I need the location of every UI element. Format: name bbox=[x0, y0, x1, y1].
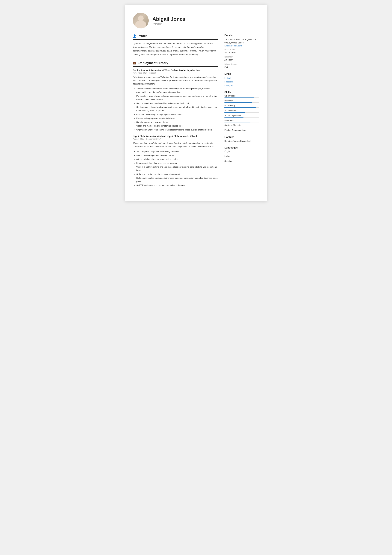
employment-divider bbox=[133, 66, 218, 67]
job-2-title: Night Club Promoter at Miami Night Club … bbox=[133, 135, 218, 138]
header-info: Abigail Jones Promoter bbox=[152, 16, 185, 25]
job-1-desc: Advertising revenue increased following … bbox=[133, 75, 218, 86]
skill-name: Cold Calling bbox=[224, 95, 259, 97]
language-item: English bbox=[224, 150, 259, 153]
place-of-birth-value: San Antonio bbox=[224, 51, 259, 54]
job-2-dates: August 2015 – September 2017 bbox=[133, 138, 218, 140]
skill-bar-fill bbox=[224, 122, 250, 123]
job-2: Night Club Promoter at Miami Night Club … bbox=[133, 135, 218, 187]
language-bar-fill bbox=[224, 158, 240, 158]
list-item: Attend club launches and inauguration pa… bbox=[136, 158, 218, 161]
language-item: Italian bbox=[224, 155, 259, 158]
skill-name: Sponsorships bbox=[224, 109, 259, 112]
skill-name: Proposals bbox=[224, 119, 259, 122]
skill-item: Proposals bbox=[224, 119, 259, 123]
place-of-birth-label: Place of birth bbox=[224, 49, 259, 51]
job-2-desc: Market events by word of mouth, email bl… bbox=[133, 141, 218, 148]
skill-bar-bg bbox=[224, 122, 259, 123]
skill-name: Research bbox=[224, 100, 259, 102]
skill-name: Networking bbox=[224, 104, 259, 107]
job-1-dates: November 2017 – Present bbox=[133, 72, 218, 74]
job-1-title: Senior Product Promoter at Wish Online P… bbox=[133, 69, 218, 72]
list-item: Sell event tickets, party-bus services t… bbox=[136, 173, 218, 176]
skill-bar-fill bbox=[224, 97, 254, 98]
skill-bar-bg bbox=[224, 102, 259, 103]
language-bar-bg bbox=[224, 158, 259, 158]
language-bar-bg bbox=[224, 163, 259, 163]
hobbies-section: Hobbies Running, Tennis, Basket Ball bbox=[224, 136, 259, 143]
language-name: Spanish bbox=[224, 160, 259, 162]
hobbies-text: Running, Tennis, Basket Ball bbox=[224, 139, 259, 143]
details-address: 1515 Pacific Ave, Los Angeles, CA 90291,… bbox=[224, 38, 259, 44]
list-item: Work in a nightlife setting and visit th… bbox=[136, 165, 218, 172]
list-item: Build creative sales strategies to incre… bbox=[136, 176, 218, 183]
resume-container: Abigail Jones Promoter 👤 Profile Dynamic… bbox=[125, 5, 267, 201]
language-bar-fill bbox=[224, 153, 256, 153]
list-item: Stay on top of new trends and innovation… bbox=[136, 102, 218, 105]
driving-license-label: Driving license bbox=[224, 63, 259, 66]
profile-section: 👤 Profile Dynamic product promoter with … bbox=[133, 34, 218, 56]
language-name: Italian bbox=[224, 155, 259, 157]
skills-list: Cold Calling Research Networking Sponsor… bbox=[224, 95, 259, 132]
skill-bar-bg bbox=[224, 97, 259, 98]
job-1: Senior Product Promoter at Wish Online P… bbox=[133, 69, 218, 131]
profile-divider bbox=[133, 39, 218, 40]
skill-bar-bg bbox=[224, 117, 259, 117]
list-item: Structure deals and payment terms bbox=[136, 120, 218, 124]
links-section: Links Linkedin Facebook Instagram bbox=[224, 73, 259, 87]
left-column: 👤 Profile Dynamic product promoter with … bbox=[133, 34, 218, 192]
skill-item: Product Demonstrations bbox=[224, 129, 259, 132]
languages-title: Languages bbox=[224, 146, 259, 149]
skill-bar-fill bbox=[224, 132, 255, 132]
skill-bar-fill bbox=[224, 127, 249, 127]
employment-icon: 💼 bbox=[133, 61, 136, 65]
skill-item: Networking bbox=[224, 104, 259, 108]
link-linkedin[interactable]: Linkedin bbox=[224, 76, 259, 80]
link-facebook[interactable]: Facebook bbox=[224, 80, 259, 84]
skill-bar-bg bbox=[224, 132, 259, 132]
languages-list: English Italian Spanish bbox=[224, 150, 259, 163]
language-bar-bg bbox=[224, 153, 259, 153]
employment-title: 💼 Employment History bbox=[133, 61, 218, 65]
list-item: Cultivate relationships with prospective… bbox=[136, 113, 218, 116]
job-1-bullets: Actively involved in research efforts to… bbox=[133, 87, 218, 131]
links-title: Links bbox=[224, 73, 259, 75]
profile-text: Dynamic product promoter with extensive … bbox=[133, 42, 218, 56]
list-item: Organize quarterly road shows to visit r… bbox=[136, 128, 218, 131]
list-item: Secure sponsorships and advertising cont… bbox=[136, 150, 218, 153]
skill-bar-bg bbox=[224, 112, 259, 113]
profile-icon: 👤 bbox=[133, 34, 136, 38]
skill-name: Strategic Marketing bbox=[224, 124, 259, 126]
link-instagram[interactable]: Instagram bbox=[224, 84, 259, 87]
skill-item: Sponsorships bbox=[224, 109, 259, 113]
language-name: English bbox=[224, 150, 259, 153]
details-email[interactable]: abigail@email.com bbox=[224, 44, 259, 47]
skill-bar-fill bbox=[224, 112, 245, 113]
nationality-label: Nationality bbox=[224, 56, 259, 58]
skill-bar-bg bbox=[224, 107, 259, 108]
skill-item: Cold Calling bbox=[224, 95, 259, 98]
list-item: Present sales proposals to potential cli… bbox=[136, 117, 218, 120]
list-item: Attend networking events to solicit clie… bbox=[136, 154, 218, 157]
skills-section: Skills Cold Calling Research Networking … bbox=[224, 91, 259, 132]
employment-section: 💼 Employment History Senior Product Prom… bbox=[133, 61, 218, 187]
main-layout: 👤 Profile Dynamic product promoter with … bbox=[133, 34, 259, 192]
language-item: Spanish bbox=[224, 160, 259, 163]
list-item: Manage social media awareness campaigns bbox=[136, 161, 218, 165]
list-item: Actively involved in research efforts to… bbox=[136, 87, 218, 94]
skill-bar-fill bbox=[224, 117, 243, 117]
candidate-subtitle: Promoter bbox=[152, 22, 185, 25]
job-2-bullets: Secure sponsorships and advertising cont… bbox=[133, 150, 218, 187]
skills-title: Skills bbox=[224, 91, 259, 94]
skill-item: Sports Legislation bbox=[224, 114, 259, 117]
language-bar-fill bbox=[224, 163, 235, 163]
driving-license-value: Full bbox=[224, 66, 259, 69]
skill-bar-bg bbox=[224, 127, 259, 127]
right-column: Details 1515 Pacific Ave, Los Angeles, C… bbox=[224, 34, 259, 192]
skill-item: Research bbox=[224, 100, 259, 103]
skill-name: Sports Legislation bbox=[224, 114, 259, 117]
skill-bar-fill bbox=[224, 102, 252, 103]
skill-bar-fill bbox=[224, 107, 256, 108]
skill-name: Product Demonstrations bbox=[224, 129, 259, 131]
languages-section: Languages English Italian Spanish bbox=[224, 146, 259, 163]
